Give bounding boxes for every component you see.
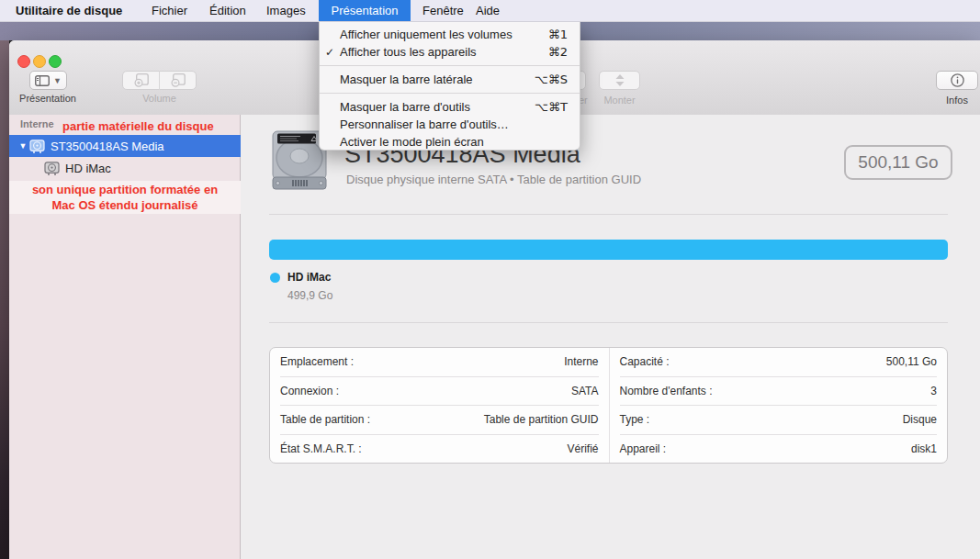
menu-item-hide-sidebar[interactable]: Masquer la barre latérale ⌥⌘S <box>320 71 580 88</box>
menu-separator <box>320 88 580 98</box>
mount-button[interactable] <box>599 71 640 90</box>
detail-row-emplacement: Emplacement : Interne <box>280 348 599 376</box>
menu-item-customize-toolbar[interactable]: Personnaliser la barre d'outils… <box>320 116 580 133</box>
menu-separator <box>320 61 580 71</box>
mount-button-label: Monter <box>599 95 640 106</box>
check-icon: ✓ <box>320 46 340 59</box>
add-volume-icon[interactable] <box>123 71 159 90</box>
menubar-item-aide[interactable]: Aide <box>476 0 500 21</box>
details-left-column: Emplacement : Interne Connexion : SATA T… <box>270 348 609 463</box>
info-button[interactable] <box>936 71 978 90</box>
menu-item-hide-toolbar[interactable]: Masquer la barre d'outils ⌥⌘T <box>320 98 580 116</box>
presentation-view-button[interactable]: ▼ <box>29 71 67 90</box>
details-right-column: Capacité : 500,11 Go Nombre d'enfants : … <box>609 348 948 463</box>
detail-row-connexion: Connexion : SATA <box>280 376 599 406</box>
menubar-item-presentation-active[interactable]: Présentation <box>319 0 411 21</box>
sidebar-layout-icon <box>35 75 50 86</box>
shortcut-label: ⌥⌘S <box>535 73 580 86</box>
close-button[interactable] <box>17 55 30 68</box>
legend-volume-name: HD iMac <box>287 271 331 284</box>
usage-bar <box>269 240 948 260</box>
sidebar-item-disk[interactable]: ▼ ST3500418AS Media <box>9 135 241 157</box>
menubar-app-title[interactable]: Utilitaire de disque <box>16 0 122 21</box>
sidebar-item-label: HD iMac <box>65 162 111 175</box>
shortcut-label: ⌥⌘T <box>535 100 580 114</box>
menubar-item-fichier[interactable]: Fichier <box>152 0 187 21</box>
disclosure-triangle-icon[interactable]: ▼ <box>17 141 29 151</box>
detail-row-table-partition: Table de partition : Table de partition … <box>280 405 599 434</box>
detail-row-appareil: Appareil : disk1 <box>620 434 938 464</box>
volume-button-group[interactable] <box>122 71 197 90</box>
divider <box>269 214 948 215</box>
menubar-item-images[interactable]: Images <box>266 0 306 21</box>
chevron-down-icon: ▼ <box>53 76 62 85</box>
legend-volume-size: 499,9 Go <box>287 289 332 302</box>
desktop-left-strip <box>0 40 9 559</box>
info-button-label: Infos <box>936 95 978 106</box>
sidebar-item-volume[interactable]: HD iMac <box>9 157 241 179</box>
detail-row-enfants: Nombre d'enfants : 3 <box>620 376 938 406</box>
capacity-badge: 500,11 Go <box>844 145 952 180</box>
annotation-partition-line2: Mac OS étendu journalisé <box>52 197 198 213</box>
presentation-menu: Afficher uniquement les volumes ⌘1 ✓ Aff… <box>319 21 580 151</box>
annotation-partition-line1: son unique partition formatée en <box>32 182 218 197</box>
detail-row-capacite: Capacité : 500,11 Go <box>620 348 938 376</box>
minimize-button[interactable] <box>33 55 46 68</box>
sidebar-item-label: ST3500418AS Media <box>51 140 164 153</box>
shortcut-label: ⌘2 <box>548 45 580 59</box>
screen: ▼ Présentation Volume er Monter Infos In… <box>0 0 980 559</box>
sidebar-section-internal: Interne <box>20 118 54 129</box>
annotation-disk-hardware: partie matérielle du disque <box>62 119 214 133</box>
disk-subtitle: Disque physique interne SATA • Table de … <box>346 173 641 186</box>
shortcut-label: ⌘1 <box>548 28 580 41</box>
menubar-item-fenetre[interactable]: Fenêtre <box>422 0 464 21</box>
annotation-partition-band: son unique partition formatée en Mac OS … <box>9 181 241 214</box>
details-table: Emplacement : Interne Connexion : SATA T… <box>269 347 948 464</box>
menu-item-show-volumes-only[interactable]: Afficher uniquement les volumes ⌘1 <box>320 26 580 43</box>
hdd-icon <box>29 140 45 153</box>
detail-row-type: Type : Disque <box>620 405 938 434</box>
system-menubar: Utilitaire de disque Fichier Édition Ima… <box>0 0 980 22</box>
menu-item-show-all-devices[interactable]: ✓ Afficher tous les appareils ⌘2 <box>320 43 580 61</box>
mount-icon <box>614 74 625 86</box>
info-icon <box>951 73 964 87</box>
divider <box>269 322 948 323</box>
hdd-icon <box>44 162 60 175</box>
zoom-button[interactable] <box>49 55 62 68</box>
presentation-button-label: Présentation <box>11 93 84 104</box>
remove-volume-icon[interactable] <box>159 71 196 90</box>
menubar-item-edition[interactable]: Édition <box>209 0 246 21</box>
volume-button-label: Volume <box>122 93 197 104</box>
menu-item-enter-fullscreen[interactable]: Activer le mode plein écran <box>320 133 580 151</box>
detail-row-smart: État S.M.A.R.T. : Vérifié <box>280 434 599 464</box>
legend-dot <box>270 273 280 283</box>
